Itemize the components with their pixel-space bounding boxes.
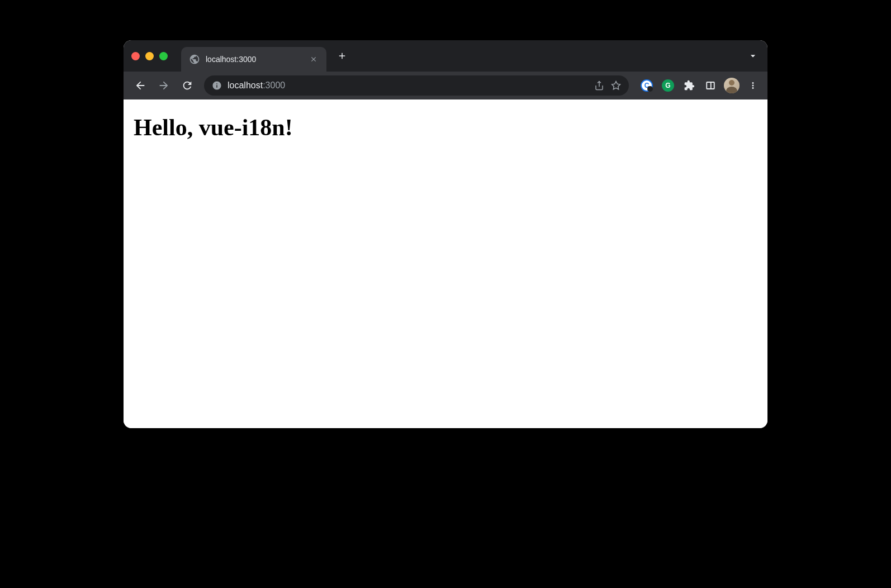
extension-1-badge: C xyxy=(641,79,653,92)
extension-2-badge: G xyxy=(662,79,674,92)
address-bar[interactable]: localhost:3000 xyxy=(204,75,629,96)
browser-tab[interactable]: localhost:3000 xyxy=(181,47,326,72)
url-host: localhost xyxy=(228,80,263,90)
side-panel-button[interactable] xyxy=(703,78,718,93)
share-icon[interactable] xyxy=(594,80,604,91)
forward-button[interactable] xyxy=(154,75,174,96)
tab-title: localhost:3000 xyxy=(206,55,303,64)
extension-2[interactable]: G xyxy=(660,78,676,93)
page-heading: Hello, vue-i18n! xyxy=(134,114,757,141)
new-tab-button[interactable] xyxy=(334,48,350,64)
back-button[interactable] xyxy=(130,75,150,96)
close-tab-button[interactable] xyxy=(309,54,319,64)
close-window-button[interactable] xyxy=(131,52,140,60)
site-info-icon[interactable] xyxy=(212,80,222,91)
url-port: :3000 xyxy=(263,80,285,90)
profile-avatar[interactable] xyxy=(724,78,740,93)
minimize-window-button[interactable] xyxy=(145,52,154,60)
tab-search-button[interactable] xyxy=(746,49,760,63)
menu-button[interactable] xyxy=(745,78,761,93)
window-controls xyxy=(131,52,168,60)
page-content: Hello, vue-i18n! xyxy=(124,99,767,428)
maximize-window-button[interactable] xyxy=(159,52,168,60)
extensions-button[interactable] xyxy=(681,78,697,93)
globe-icon xyxy=(189,54,200,65)
extension-1[interactable]: C xyxy=(639,78,655,93)
reload-button[interactable] xyxy=(177,75,197,96)
titlebar: localhost:3000 xyxy=(124,40,767,72)
browser-window: localhost:3000 localh xyxy=(124,40,767,428)
url-text: localhost:3000 xyxy=(228,80,589,91)
toolbar: localhost:3000 C G xyxy=(124,72,767,99)
bookmark-icon[interactable] xyxy=(611,80,621,91)
